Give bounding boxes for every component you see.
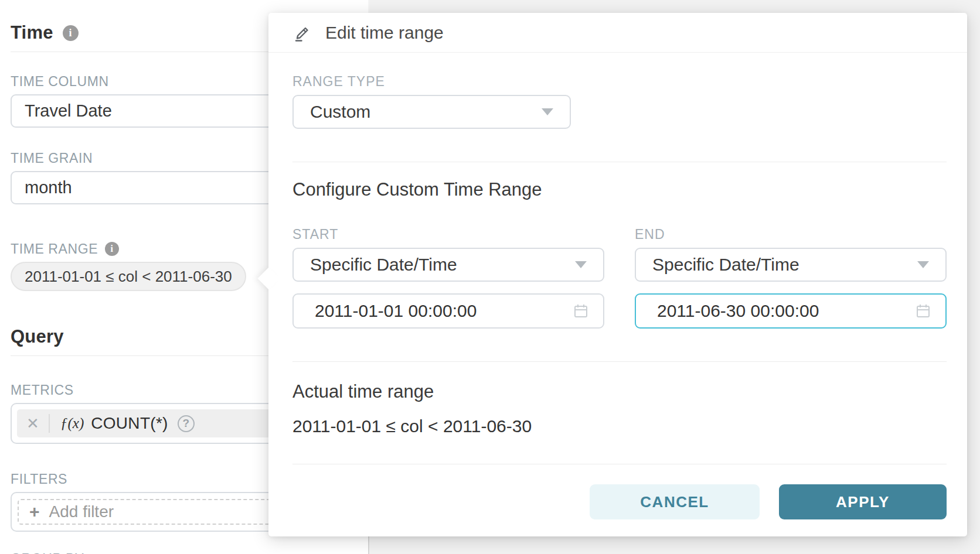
group-by-label: GROUP BY [11, 550, 343, 554]
add-filter-label: Add filter [49, 502, 114, 521]
end-date-value: 2011-06-30 00:00:00 [657, 301, 819, 321]
actual-range-value: 2011-01-01 ≤ col < 2011-06-30 [292, 416, 947, 437]
divider [292, 361, 947, 362]
popover-title: Edit time range [325, 23, 444, 43]
metric-name: COUNT(*) [91, 414, 168, 433]
chevron-down-icon [917, 261, 929, 268]
time-range-value: 2011-01-01 ≤ col < 2011-06-30 [25, 268, 232, 286]
edit-pencil-icon [292, 23, 311, 42]
time-range-pill[interactable]: 2011-01-01 ≤ col < 2011-06-30 [11, 262, 246, 291]
range-type-select[interactable]: Custom [292, 95, 571, 129]
start-label: START [292, 227, 604, 242]
calendar-icon[interactable] [573, 303, 589, 319]
function-icon: ƒ(x) [60, 415, 84, 432]
time-section-title: Time [11, 22, 53, 43]
edit-time-range-popover: Edit time range RANGE TYPE Custom Config… [268, 13, 967, 536]
start-date-input[interactable]: 2011-01-01 00:00:00 [292, 293, 604, 329]
info-icon[interactable]: i [105, 242, 119, 256]
popover-footer: CANCEL APPLY [292, 484, 947, 519]
end-mode-value: Specific Date/Time [652, 255, 799, 275]
calendar-icon[interactable] [915, 303, 931, 319]
end-label: END [635, 227, 947, 242]
start-date-value: 2011-01-01 00:00:00 [315, 301, 477, 321]
query-section-title: Query [11, 326, 64, 347]
end-column: END Specific Date/Time 2011-06-30 00:00:… [635, 227, 947, 329]
cancel-button[interactable]: CANCEL [590, 484, 760, 519]
popover-header: Edit time range [268, 13, 967, 53]
explore-page: Time i TIME COLUMN Travel Date TIME GRAI… [0, 0, 980, 554]
info-icon[interactable]: i [63, 25, 79, 41]
chevron-down-icon [575, 261, 587, 268]
time-column-value: Travel Date [25, 101, 112, 121]
apply-button[interactable]: APPLY [779, 484, 947, 519]
plus-icon: + [29, 503, 40, 521]
divider [292, 464, 947, 464]
range-type-label: RANGE TYPE [292, 74, 947, 89]
range-type-value: Custom [310, 102, 370, 122]
configure-heading: Configure Custom Time Range [292, 177, 947, 202]
time-grain-value: month [25, 178, 72, 197]
start-mode-select[interactable]: Specific Date/Time [292, 248, 604, 282]
help-icon[interactable]: ? [178, 415, 195, 432]
end-date-input[interactable]: 2011-06-30 00:00:00 [635, 293, 947, 329]
end-mode-select[interactable]: Specific Date/Time [635, 248, 947, 282]
start-column: START Specific Date/Time 2011-01-01 00:0… [292, 227, 604, 329]
divider [292, 162, 947, 162]
actual-range-heading: Actual time range [292, 379, 947, 404]
chevron-down-icon [542, 108, 553, 115]
remove-metric-icon[interactable]: ✕ [17, 414, 50, 433]
start-mode-value: Specific Date/Time [310, 255, 457, 275]
